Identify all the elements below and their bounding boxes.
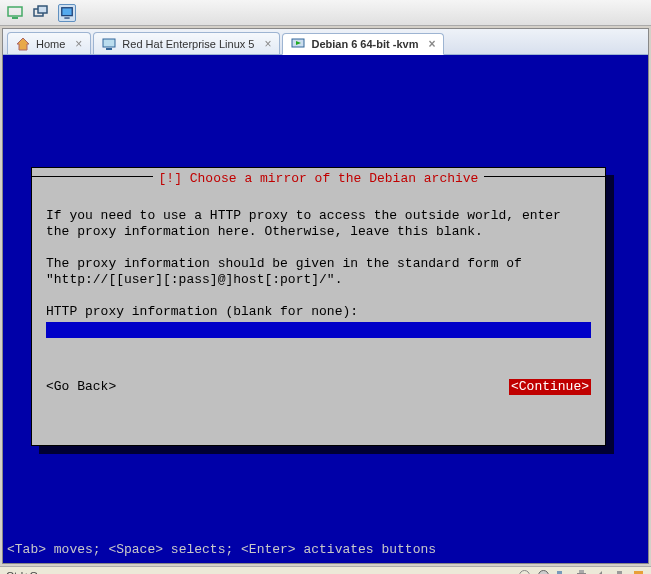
network-icon	[556, 569, 569, 574]
installer-dialog: [!] Choose a mirror of the Debian archiv…	[31, 167, 606, 446]
vm-play-icon	[291, 37, 305, 51]
svg-rect-3	[38, 6, 47, 13]
tab-rhel5[interactable]: Red Hat Enterprise Linux 5 ×	[93, 32, 280, 54]
printer-icon	[575, 569, 588, 574]
dialog-prompt: HTTP proxy information (blank for none):	[46, 304, 358, 319]
svg-point-10	[539, 571, 549, 575]
svg-rect-1	[12, 17, 18, 19]
http-proxy-input[interactable]	[46, 322, 591, 338]
continue-button[interactable]: <Continue>	[509, 379, 591, 395]
svg-rect-7	[106, 48, 112, 50]
app-toolbar	[0, 0, 651, 26]
svg-rect-6	[103, 39, 115, 47]
cd-icon	[537, 569, 550, 574]
monitor-icon[interactable]	[6, 4, 24, 22]
tab-label: Home	[36, 38, 65, 50]
sound-icon	[594, 569, 607, 574]
tab-home[interactable]: Home ×	[7, 32, 91, 54]
tab-label: Red Hat Enterprise Linux 5	[122, 38, 254, 50]
close-icon[interactable]: ×	[428, 37, 435, 51]
tab-debian6[interactable]: Debian 6 64-bit -kvm ×	[282, 33, 444, 55]
svg-rect-4	[62, 7, 73, 15]
status-text: Ctrl+G.	[6, 570, 41, 575]
svg-rect-15	[579, 570, 584, 573]
tab-label: Debian 6 64-bit -kvm	[311, 38, 418, 50]
dialog-text-2: The proxy information should be given in…	[46, 256, 530, 287]
status-bar: Ctrl+G.	[0, 566, 651, 574]
main-area: Home × Red Hat Enterprise Linux 5 × Debi…	[2, 28, 649, 564]
duplicate-icon[interactable]	[32, 4, 50, 22]
fullscreen-icon[interactable]	[58, 4, 76, 22]
close-icon[interactable]: ×	[264, 37, 271, 51]
vm-console[interactable]: [!] Choose a mirror of the Debian archiv…	[3, 55, 648, 563]
home-icon	[16, 37, 30, 51]
dialog-title: [!] Choose a mirror of the Debian archiv…	[153, 171, 485, 187]
svg-rect-5	[64, 17, 69, 18]
floppy-icon	[632, 569, 645, 574]
svg-rect-0	[8, 7, 22, 16]
svg-point-9	[520, 571, 530, 575]
usb-icon	[613, 569, 626, 574]
disk-icon	[518, 569, 531, 574]
go-back-button[interactable]: <Go Back>	[46, 379, 116, 395]
vm-icon	[102, 37, 116, 51]
tab-bar: Home × Red Hat Enterprise Linux 5 × Debi…	[3, 29, 648, 55]
dialog-text-1: If you need to use a HTTP proxy to acces…	[46, 208, 569, 239]
status-tray	[518, 569, 645, 574]
close-icon[interactable]: ×	[75, 37, 82, 51]
keyboard-hint: <Tab> moves; <Space> selects; <Enter> ac…	[3, 542, 436, 557]
